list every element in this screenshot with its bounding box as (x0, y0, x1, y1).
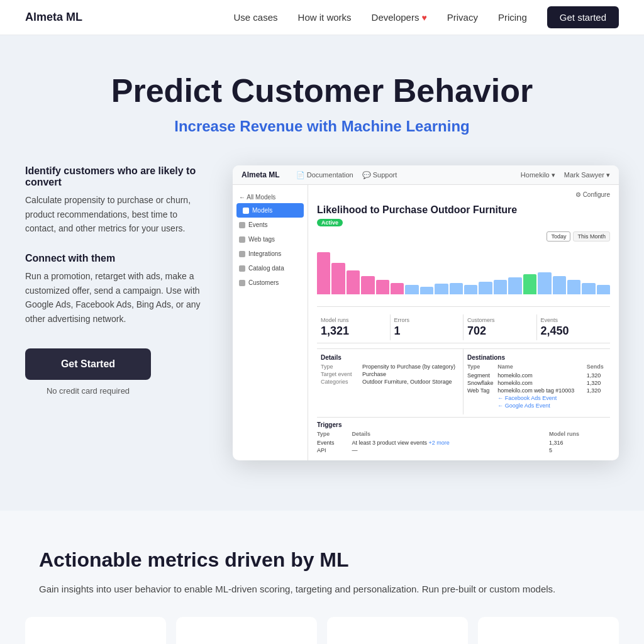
date-buttons: Today This Month (547, 231, 610, 242)
events-stat: Events 2,450 (537, 314, 611, 340)
bar-blue (582, 283, 595, 294)
heart-icon: ♥ (421, 13, 426, 23)
customers-stat: Customers 702 (464, 314, 537, 340)
destination-row: Segmenthomekilo.com1,320 (467, 372, 606, 379)
docs-icon: 📄 (296, 171, 305, 179)
hero-left-panel: Identify customers who are likely to con… (25, 165, 208, 396)
sidebar-item-customers[interactable]: Customers (233, 275, 308, 290)
detail-type: Type Propensity to Purchase (by category… (321, 364, 459, 370)
errors-stat: Errors 1 (391, 314, 464, 340)
dashboard-main: ⚙ Configure Likelihood to Purchase Outdo… (308, 185, 619, 460)
nav-privacy[interactable]: Privacy (447, 12, 478, 23)
bar-blue (538, 272, 551, 294)
events-icon (239, 222, 245, 228)
chart-area: Today This Month (317, 231, 610, 307)
active-badge: Active (317, 219, 343, 226)
dashboard-sidebar: ← All Models Models Events Web tags (233, 185, 308, 460)
dashboard-right-nav: Homekilo ▾ Mark Sawyer ▾ (521, 171, 610, 179)
customers-icon (239, 280, 245, 286)
models-icon (243, 208, 249, 214)
destination-row: ← Facebook Ads Event (467, 394, 606, 402)
dashboard-topbar: Almeta ML 📄 Documentation 💬 Support Home… (233, 165, 619, 185)
hero-content: Identify customers who are likely to con… (25, 165, 619, 460)
section2-card-2 (176, 617, 317, 644)
bar-pink (347, 270, 360, 294)
bar-blue (597, 285, 610, 294)
bar-blue (435, 284, 448, 294)
destination-row: Web Taghomekilo.com web tag #100031,320 (467, 387, 606, 394)
destination-row: ← Google Ads Event (467, 402, 606, 409)
details-panel: Details Type Propensity to Purchase (by … (317, 349, 464, 414)
catalog-icon (239, 265, 245, 272)
section2-card-1 (25, 617, 166, 644)
bar-blue (553, 276, 566, 294)
bar-pink (391, 283, 404, 294)
bar-pink (331, 263, 345, 294)
nav-get-started-button[interactable]: Get started (547, 6, 619, 28)
support-icon: 💬 (362, 171, 371, 179)
details-destinations-row: Details Type Propensity to Purchase (by … (317, 348, 610, 414)
bar-blue (567, 280, 580, 295)
dashboard-brand: Almeta ML (242, 170, 280, 179)
dashboard-top-nav: 📄 Documentation 💬 Support (296, 171, 397, 179)
bar-blue (464, 285, 477, 294)
bar-green (523, 274, 536, 294)
sidebar-item-integrations[interactable]: Integrations (233, 247, 308, 261)
feature-connect-desc: Run a promotion, retarget with ads, make… (25, 269, 208, 326)
trigger-row: API—5 (317, 447, 610, 454)
trigger-row: EventsAt least 3 product view events +2 … (317, 439, 610, 447)
sidebar-item-catalog[interactable]: Catalog data (233, 261, 308, 275)
dashboard-support-link[interactable]: 💬 Support (362, 171, 397, 179)
web-tags-icon (239, 236, 245, 243)
bar-blue (508, 277, 521, 294)
bar-pink (317, 252, 330, 294)
date-today-button[interactable]: Today (547, 231, 570, 242)
bar-blue (450, 283, 463, 294)
integrations-icon (239, 251, 245, 257)
hero-get-started-button[interactable]: Get Started (25, 348, 151, 380)
sidebar-item-web-tags[interactable]: Web tags (233, 232, 308, 247)
destination-row: Snowflakehomekilo.com1,320 (467, 379, 606, 387)
bar-blue (494, 280, 507, 295)
bar-pink (361, 276, 374, 294)
bar-blue (405, 285, 418, 294)
nav-how-it-works[interactable]: How it works (298, 12, 352, 23)
sidebar-item-events[interactable]: Events (233, 218, 308, 232)
configure-link[interactable]: ⚙ Configure (575, 191, 610, 198)
navbar: Almeta ML Use cases How it works Develop… (0, 0, 644, 35)
sidebar-item-models[interactable]: Models (236, 203, 304, 218)
triggers-section: Triggers Type Details Model runs (317, 417, 610, 454)
model-runs-stat: Model runs 1,321 (317, 314, 391, 340)
nav-use-cases[interactable]: Use cases (234, 12, 278, 23)
dashboard-body: ← All Models Models Events Web tags (233, 185, 619, 460)
triggers-table: Type Details Model runs EventsAt least 3… (317, 431, 610, 454)
section2-cards (25, 617, 619, 644)
feature-identify-title: Identify customers who are likely to con… (25, 165, 208, 188)
section2-title: Actionable metrics driven by ML (39, 548, 605, 572)
back-to-models[interactable]: ← All Models (233, 191, 308, 203)
hero-dashboard: Almeta ML 📄 Documentation 💬 Support Home… (233, 165, 619, 460)
no-credit-text: No credit card required (25, 386, 151, 396)
section2-card-3 (327, 617, 468, 644)
bar-blue (420, 287, 433, 295)
dashboard-frame: Almeta ML 📄 Documentation 💬 Support Home… (233, 165, 619, 460)
detail-categories: Categories Outdoor Furniture, Outdoor St… (321, 379, 459, 385)
hero-section: Predict Customer Behavior Increase Reven… (0, 35, 644, 511)
feature-connect-title: Connect with them (25, 253, 208, 264)
model-title: Likelihood to Purchase Outdoor Furniture (317, 204, 610, 216)
destinations-panel: Destinations Type Name Sends (464, 349, 610, 414)
brand-logo: Almeta ML (25, 11, 82, 24)
nav-pricing[interactable]: Pricing (498, 12, 527, 23)
nav-developers[interactable]: Developers ♥ (372, 12, 427, 23)
more-link[interactable]: +2 more (429, 440, 450, 446)
section2-desc: Gain insights into user behavior to enab… (39, 582, 605, 597)
date-this-month-button[interactable]: This Month (573, 231, 610, 242)
hero-subtitle: Increase Revenue with Machine Learning (25, 118, 619, 135)
workspace-selector[interactable]: Homekilo ▾ (521, 171, 555, 179)
detail-target-event: Target event Purchase (321, 371, 459, 377)
dashboard-main-header: ⚙ Configure (317, 191, 610, 198)
bar-blue (479, 282, 492, 294)
bar-pink (376, 280, 389, 295)
dashboard-docs-link[interactable]: 📄 Documentation (296, 171, 353, 179)
user-menu[interactable]: Mark Sawyer ▾ (564, 171, 610, 179)
